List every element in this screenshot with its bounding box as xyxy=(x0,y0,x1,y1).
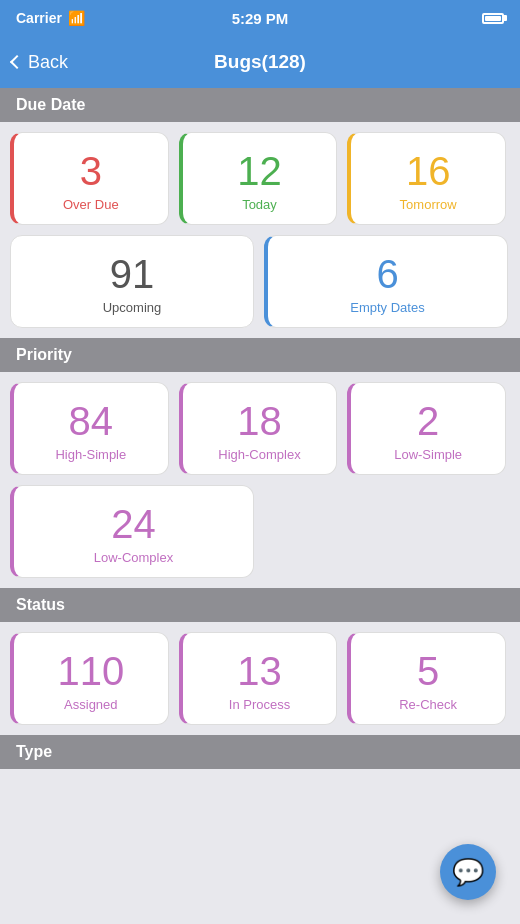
in-process-card[interactable]: 13 In Process xyxy=(179,632,338,725)
re-check-label: Re-Check xyxy=(399,697,457,712)
low-simple-card[interactable]: 2 Low-Simple xyxy=(347,382,506,475)
low-complex-card[interactable]: 24 Low-Complex xyxy=(10,485,254,578)
status-bar-time: 5:29 PM xyxy=(232,10,289,27)
high-complex-number: 18 xyxy=(237,399,282,443)
high-simple-card[interactable]: 84 High-Simple xyxy=(10,382,169,475)
due-date-section: Due Date 3 Over Due 12 Today 16 Tomorrow… xyxy=(0,88,520,338)
type-section: Type xyxy=(0,735,520,789)
over-due-number: 3 xyxy=(80,149,102,193)
over-due-card[interactable]: 3 Over Due xyxy=(10,132,169,225)
over-due-label: Over Due xyxy=(63,197,119,212)
chat-fab[interactable]: 💬 xyxy=(440,844,496,900)
priority-section: Priority 84 High-Simple 18 High-Complex … xyxy=(0,338,520,588)
empty-dates-number: 6 xyxy=(376,252,398,296)
in-process-label: In Process xyxy=(229,697,290,712)
in-process-number: 13 xyxy=(237,649,282,693)
high-simple-number: 84 xyxy=(69,399,114,443)
upcoming-number: 91 xyxy=(110,252,155,296)
assigned-label: Assigned xyxy=(64,697,117,712)
high-complex-label: High-Complex xyxy=(218,447,300,462)
assigned-number: 110 xyxy=(57,649,124,693)
low-complex-number: 24 xyxy=(111,502,156,546)
nav-bar: Back Bugs(128) xyxy=(0,36,520,88)
status-header-text: Status xyxy=(16,596,65,613)
re-check-card[interactable]: 5 Re-Check xyxy=(347,632,506,725)
carrier-label: Carrier xyxy=(16,10,62,26)
type-header-text: Type xyxy=(16,743,52,760)
status-section: Status 110 Assigned 13 In Process 5 Re-C… xyxy=(0,588,520,735)
back-button[interactable]: Back xyxy=(12,52,68,73)
type-card-grid xyxy=(0,769,520,789)
tomorrow-label: Tomorrow xyxy=(400,197,457,212)
due-date-header: Due Date xyxy=(0,88,520,122)
back-chevron-icon xyxy=(10,55,24,69)
empty-dates-card[interactable]: 6 Empty Dates xyxy=(264,235,508,328)
tomorrow-card[interactable]: 16 Tomorrow xyxy=(347,132,506,225)
low-simple-label: Low-Simple xyxy=(394,447,462,462)
status-bar-right xyxy=(480,13,504,24)
chat-icon: 💬 xyxy=(452,859,484,885)
today-number: 12 xyxy=(237,149,282,193)
tomorrow-number: 16 xyxy=(406,149,451,193)
re-check-number: 5 xyxy=(417,649,439,693)
status-card-grid: 110 Assigned 13 In Process 5 Re-Check xyxy=(0,622,520,735)
type-header: Type xyxy=(0,735,520,769)
status-bar: Carrier 📶 5:29 PM xyxy=(0,0,520,36)
priority-header: Priority xyxy=(0,338,520,372)
wifi-icon: 📶 xyxy=(68,10,85,26)
priority-header-text: Priority xyxy=(16,346,72,363)
status-header: Status xyxy=(0,588,520,622)
high-simple-label: High-Simple xyxy=(55,447,126,462)
upcoming-label: Upcoming xyxy=(103,300,162,315)
back-label: Back xyxy=(28,52,68,73)
upcoming-card[interactable]: 91 Upcoming xyxy=(10,235,254,328)
due-date-header-text: Due Date xyxy=(16,96,85,113)
today-card[interactable]: 12 Today xyxy=(179,132,338,225)
high-complex-card[interactable]: 18 High-Complex xyxy=(179,382,338,475)
battery-icon xyxy=(482,13,504,24)
low-complex-label: Low-Complex xyxy=(94,550,173,565)
status-bar-left: Carrier 📶 xyxy=(16,10,85,26)
low-simple-number: 2 xyxy=(417,399,439,443)
today-label: Today xyxy=(242,197,277,212)
page-title: Bugs(128) xyxy=(214,51,306,73)
priority-card-grid: 84 High-Simple 18 High-Complex 2 Low-Sim… xyxy=(0,372,520,588)
due-date-card-grid: 3 Over Due 12 Today 16 Tomorrow 91 Upcom… xyxy=(0,122,520,338)
empty-dates-label: Empty Dates xyxy=(350,300,424,315)
assigned-card[interactable]: 110 Assigned xyxy=(10,632,169,725)
